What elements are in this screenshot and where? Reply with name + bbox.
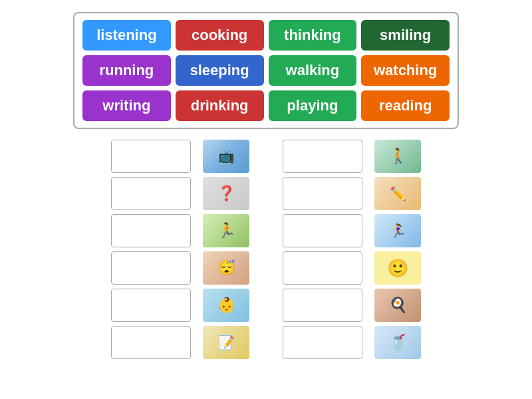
right-answers — [283, 140, 362, 359]
left-image-1 — [203, 177, 249, 210]
right-answer-box-4[interactable] — [283, 289, 362, 322]
word-tag-sleeping[interactable]: sleeping — [176, 55, 264, 86]
left-image-4 — [203, 289, 249, 322]
left-answer-box-5[interactable] — [111, 326, 191, 359]
right-image-2 — [374, 214, 421, 247]
left-answer-box-0[interactable] — [111, 140, 191, 173]
left-images — [203, 140, 249, 359]
left-answers — [111, 140, 191, 359]
right-answer-box-0[interactable] — [283, 140, 362, 173]
word-tag-listening[interactable]: listening — [82, 20, 171, 51]
word-tag-thinking[interactable]: thinking — [269, 20, 357, 51]
right-image-0 — [374, 140, 421, 173]
right-image-1 — [374, 177, 421, 210]
word-bank: listeningcookingthinkingsmilingrunningsl… — [73, 12, 459, 129]
left-image-5 — [203, 326, 249, 359]
left-image-3 — [203, 251, 249, 285]
word-tag-running[interactable]: running — [82, 55, 171, 86]
right-image-4 — [374, 289, 421, 322]
right-answer-box-5[interactable] — [283, 326, 362, 359]
right-answer-box-3[interactable] — [283, 251, 362, 285]
word-tag-cooking[interactable]: cooking — [176, 20, 264, 51]
right-images — [374, 140, 421, 359]
left-answer-box-4[interactable] — [111, 289, 191, 322]
word-tag-playing[interactable]: playing — [269, 90, 357, 121]
left-answer-box-2[interactable] — [111, 214, 191, 247]
word-tag-smiling[interactable]: smiling — [361, 20, 450, 51]
word-tag-drinking[interactable]: drinking — [176, 90, 264, 121]
match-area — [0, 140, 532, 359]
word-tag-walking[interactable]: walking — [269, 55, 357, 86]
left-image-2 — [203, 214, 249, 247]
right-answer-box-2[interactable] — [283, 214, 362, 247]
left-answer-box-3[interactable] — [111, 251, 191, 285]
word-tag-reading[interactable]: reading — [361, 90, 450, 121]
right-answer-box-1[interactable] — [283, 177, 362, 210]
left-image-0 — [203, 140, 249, 173]
right-image-3 — [374, 251, 421, 285]
left-answer-box-1[interactable] — [111, 177, 191, 210]
right-image-5 — [374, 326, 421, 359]
word-tag-writing[interactable]: writing — [82, 90, 171, 121]
word-tag-watching[interactable]: watching — [361, 55, 450, 86]
